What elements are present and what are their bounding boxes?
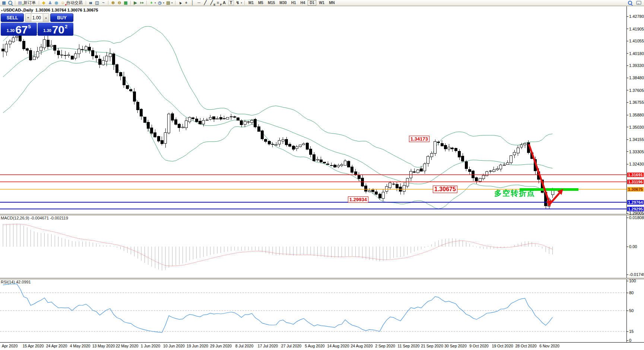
arrows-icon-dropdown[interactable]: ▾ bbox=[241, 1, 242, 4]
timeframe-w1-button[interactable]: W1 bbox=[317, 0, 326, 6]
date-axis-label: 13 May 2020 bbox=[92, 344, 115, 348]
toolbar-separator bbox=[108, 1, 108, 5]
price-axis-tick: 1.42780 bbox=[629, 14, 644, 19]
buy-price-small: 1.30 bbox=[43, 26, 51, 35]
timeframe-m5-button[interactable]: M5 bbox=[256, 0, 265, 6]
buy-button[interactable]: BUY bbox=[50, 13, 73, 22]
one-click-trading-panel: SELL ▼ 1.00 ▲ BUY 1.30675 1.30702 bbox=[1, 13, 73, 36]
date-axis-label: 8 Jul 2020 bbox=[235, 344, 253, 348]
periods-icon[interactable]: ◷ bbox=[157, 0, 163, 6]
rsi-axis-tick: 50 bbox=[629, 308, 634, 313]
timeframe-mn-button[interactable]: MN bbox=[327, 0, 337, 6]
timeframe-d1-button[interactable]: D1 bbox=[308, 0, 316, 6]
price-axis-highlight: 1.31691 bbox=[627, 173, 644, 177]
rsi-axis-tick: 0 bbox=[629, 338, 631, 343]
price-axis-tick: 1.41055 bbox=[629, 39, 644, 43]
bollinger-bands bbox=[3, 26, 553, 209]
date-axis-label: 2 Sep 2020 bbox=[375, 344, 395, 348]
volume-up-button[interactable]: ▲ bbox=[43, 14, 49, 22]
new-chart-icon[interactable]: ▦ bbox=[1, 0, 7, 6]
indicators-icon-dropdown[interactable]: ▾ bbox=[155, 1, 156, 4]
chart-styles-icon[interactable]: ◆ bbox=[41, 0, 47, 6]
new-order-button[interactable]: ▤+ bbox=[17, 0, 23, 6]
zoom-in-icon[interactable]: ⊕ bbox=[110, 0, 116, 6]
volume-input[interactable]: 1.00 bbox=[31, 14, 43, 22]
date-axis-label: 5 Aug 2020 bbox=[305, 344, 324, 348]
toolbar-separator bbox=[39, 1, 39, 5]
crosshair-icon[interactable]: + bbox=[183, 0, 190, 6]
sell-price-box[interactable]: 1.30675 bbox=[1, 23, 37, 36]
timeframe-h1-button[interactable]: H1 bbox=[289, 0, 298, 6]
rsi-panel-splitter[interactable] bbox=[0, 278, 644, 279]
indicators-icon[interactable]: + bbox=[148, 0, 155, 6]
tile-windows-icon[interactable]: ▦ bbox=[123, 0, 129, 6]
autotrade-button[interactable]: ☺● bbox=[60, 0, 66, 6]
chat-icon[interactable] bbox=[635, 0, 642, 6]
timeframe-m1-button[interactable]: M1 bbox=[247, 0, 256, 6]
trend-arrow-up[interactable] bbox=[548, 189, 563, 206]
print-preview-icon bbox=[8, 1, 12, 5]
candles-layer bbox=[2, 33, 554, 209]
date-axis-label: 19 Jun 2020 bbox=[187, 344, 208, 348]
price-axis-highlight: 1.29764 bbox=[627, 200, 644, 205]
date-axis-label: 1 Jun 2020 bbox=[141, 344, 160, 348]
date-axis-label: 9 Oct 2020 bbox=[469, 344, 488, 348]
rsi-axis-tick: 15 bbox=[629, 329, 634, 334]
channel-icon[interactable]: ╱E bbox=[209, 0, 215, 6]
fibonacci-icon[interactable]: ≡F bbox=[215, 0, 221, 6]
autotrade-button-label[interactable]: 自动交易 bbox=[66, 0, 83, 6]
line-chart-icon[interactable]: ~ bbox=[100, 0, 107, 6]
date-axis-label: 6 Nov 2020 bbox=[539, 344, 559, 348]
price-axis-tick: 1.29005 bbox=[629, 211, 644, 215]
new-order-button-label[interactable]: 新订单 bbox=[23, 0, 36, 6]
templates-icon-dropdown[interactable]: ▾ bbox=[171, 1, 173, 4]
chart-title-symbol: USDCAD-,Daily bbox=[3, 8, 33, 12]
chart-shift-icon[interactable]: ↦ bbox=[139, 0, 145, 6]
search-icon[interactable] bbox=[627, 0, 633, 6]
current-price-text-label[interactable]: 1.30675 bbox=[433, 186, 457, 193]
templates-icon[interactable]: ▧ bbox=[165, 0, 171, 6]
price-axis-tick: 1.41905 bbox=[629, 27, 644, 31]
timeframe-h4-button[interactable]: H4 bbox=[299, 0, 307, 6]
label-icon[interactable]: T bbox=[228, 0, 234, 5]
macd-panel-splitter[interactable] bbox=[0, 214, 644, 215]
toolbar-separator bbox=[244, 1, 245, 5]
date-axis-label: 21 Sep 2020 bbox=[421, 344, 443, 348]
timeframe-m15-button[interactable]: M15 bbox=[266, 0, 277, 6]
date-axis-label: 15 Apr 2020 bbox=[23, 344, 44, 348]
print-preview-icon[interactable] bbox=[7, 0, 13, 6]
profiles-icon[interactable]: ♟ bbox=[47, 0, 53, 6]
candlestick-chart-icon[interactable]: ◫ bbox=[94, 0, 100, 6]
macd-layer bbox=[3, 224, 553, 270]
toolbar-separator bbox=[15, 1, 15, 5]
volume-down-button[interactable]: ▼ bbox=[25, 14, 31, 22]
horizontal-line-icon[interactable]: ─ bbox=[196, 0, 202, 6]
price-chart-canvas[interactable] bbox=[0, 0, 644, 350]
date-axis-label: 30 Sep 2020 bbox=[444, 344, 467, 348]
chart-svg[interactable] bbox=[0, 0, 644, 350]
date-axis-label: 22 May 2020 bbox=[116, 344, 139, 348]
trendline-icon[interactable]: ╱ bbox=[202, 0, 209, 6]
buy-price-box[interactable]: 1.30702 bbox=[38, 23, 74, 36]
auto-scroll-icon[interactable]: ▶ bbox=[132, 0, 139, 6]
timeframe-m30-button[interactable]: M30 bbox=[277, 0, 288, 6]
bar-chart-icon[interactable]: ▮▮ bbox=[88, 0, 94, 6]
turning-point-note[interactable]: 多空转折点 bbox=[494, 188, 535, 198]
chart-title-ohlc: 1.30306 1.30764 1.30076 1.30675 bbox=[35, 8, 98, 12]
arrows-icon[interactable]: ↯ bbox=[235, 0, 241, 6]
swing-low-price-label[interactable]: 1.29934 bbox=[348, 196, 368, 203]
signals-icon[interactable]: ◉ bbox=[53, 0, 60, 6]
toolbar-separator bbox=[86, 1, 86, 5]
date-axis-label: 4 May 2020 bbox=[70, 344, 91, 348]
chart-title: ▾USDCAD-,Daily1.30306 1.30764 1.30076 1.… bbox=[1, 8, 98, 12]
macd-axis-tick: 0.018083 bbox=[629, 215, 644, 220]
swing-high-price-label[interactable]: 1.34173 bbox=[409, 136, 429, 142]
vertical-line-icon[interactable]: │ bbox=[190, 0, 196, 6]
buy-price-sup: 2 bbox=[65, 24, 67, 29]
periods-icon-dropdown[interactable]: ▾ bbox=[163, 1, 165, 4]
sell-button[interactable]: SELL bbox=[1, 13, 24, 22]
text-icon[interactable]: A bbox=[221, 0, 228, 6]
zoom-out-icon[interactable]: ⊖ bbox=[116, 0, 123, 6]
collapse-triangle-icon[interactable]: ▾ bbox=[1, 9, 3, 12]
price-axis-tick: 1.38480 bbox=[629, 76, 644, 80]
